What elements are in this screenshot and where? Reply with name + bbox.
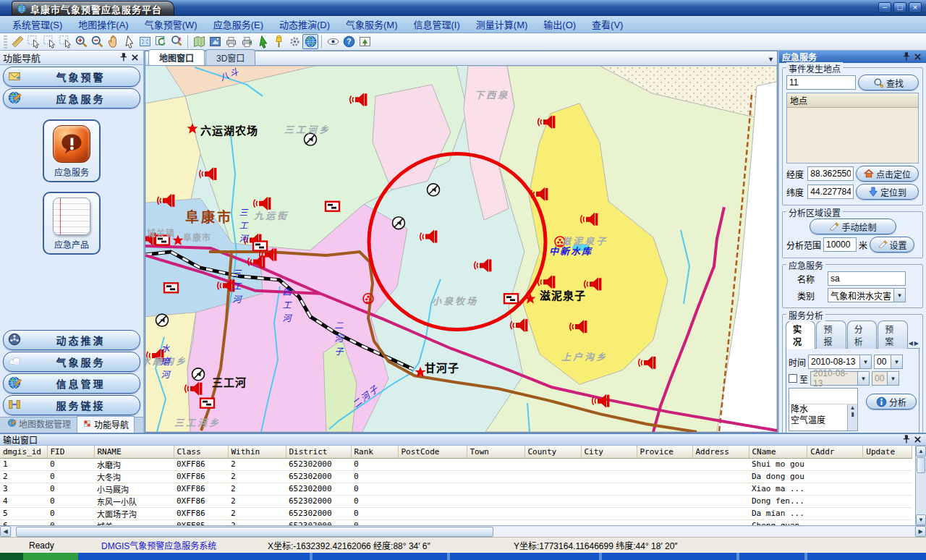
column-header[interactable]: dmgis_id <box>0 446 47 458</box>
column-header[interactable]: CName <box>749 446 807 458</box>
column-header[interactable]: Rank <box>351 446 398 458</box>
restore-button[interactable]: □ <box>893 2 906 13</box>
location-list-body[interactable] <box>787 108 918 163</box>
column-header[interactable]: Provice <box>637 446 692 458</box>
to-checkbox[interactable] <box>789 374 797 383</box>
click-locate-button[interactable]: 点击定位 <box>856 166 919 182</box>
pan-icon[interactable] <box>105 34 121 49</box>
tab-scroll-right-icon[interactable]: ▶ <box>914 340 919 347</box>
range-input[interactable] <box>823 237 857 252</box>
table-row[interactable]: 50大面场子沟0XFF8626523020000Da mian ... <box>0 507 912 519</box>
print-color-icon[interactable] <box>239 34 255 49</box>
longitude-input[interactable] <box>807 166 854 181</box>
toolbar-grip[interactable] <box>4 35 7 48</box>
service-name-input[interactable] <box>828 271 906 286</box>
zoom-out-icon[interactable] <box>89 34 105 49</box>
pin-icon[interactable] <box>117 53 129 63</box>
to-hour-select[interactable]: 00▼ <box>872 371 899 386</box>
scroll-down-icon[interactable]: ▼ <box>916 514 926 525</box>
globe-service-icon[interactable] <box>302 34 318 49</box>
table-row[interactable]: 10水磨沟0XFF8626523020000Shui mo gou <box>0 458 912 470</box>
sidebar-item-动态推演[interactable]: 动态推演 <box>3 330 140 350</box>
map-layers-icon[interactable] <box>191 34 207 49</box>
help-icon[interactable] <box>341 34 357 49</box>
table-row[interactable]: 60城关0XFF8526523020000Cheng guan <box>0 519 912 525</box>
column-header[interactable]: Class <box>174 446 228 458</box>
select-free-icon[interactable] <box>57 34 73 49</box>
tab-实况[interactable]: 实况 <box>786 321 815 349</box>
big-button-应急服务[interactable]: 应急服务 <box>43 119 101 182</box>
column-header[interactable]: RNAME <box>94 446 174 458</box>
sidebar-item-气象服务[interactable]: 气象服务 <box>3 352 140 372</box>
place-marker-icon[interactable] <box>271 34 286 49</box>
refresh-icon[interactable] <box>153 34 169 49</box>
export-map-icon[interactable] <box>207 34 223 49</box>
column-header[interactable]: FID <box>47 446 94 458</box>
settings-icon[interactable] <box>286 34 302 49</box>
horizontal-scrollbar[interactable]: ◀ ▶ <box>0 525 926 537</box>
hour-select[interactable]: 00▼ <box>874 355 903 369</box>
tab-地图窗口[interactable]: 地图窗口 <box>148 49 205 65</box>
analyze-button[interactable]: 分析 <box>866 394 917 410</box>
table-row[interactable]: 40东风一小队0XFF8626523020000Dong fen... <box>0 495 912 507</box>
scroll-right-icon[interactable]: ▶ <box>915 526 926 537</box>
column-header[interactable]: PostCode <box>398 446 467 458</box>
zoom-in-icon[interactable] <box>73 34 89 49</box>
set-range-button[interactable]: 设置 <box>870 237 914 253</box>
close-icon[interactable] <box>912 52 923 62</box>
column-header[interactable]: District <box>286 446 351 458</box>
scene-icon[interactable] <box>357 34 373 49</box>
menu-item[interactable]: 气象预警(W) <box>137 15 205 33</box>
column-header[interactable]: Town <box>467 446 524 458</box>
pin-icon[interactable] <box>900 52 912 62</box>
manual-draw-button[interactable]: 手动绘制 <box>810 219 896 234</box>
tab-scroll-left-icon[interactable]: ◀ <box>909 340 913 347</box>
close-button[interactable]: × <box>909 2 922 13</box>
chevron-down-icon[interactable]: ▼ <box>768 56 774 63</box>
column-header[interactable]: City <box>581 446 637 458</box>
vertical-scrollbar[interactable]: ▲ ▼ <box>915 446 926 525</box>
scroll-left-icon[interactable]: ◀ <box>0 526 11 537</box>
column-header[interactable]: CAddr <box>807 446 863 458</box>
menu-item[interactable]: 查看(V) <box>584 15 631 33</box>
sidebar-item-服务链接[interactable]: 服务链接 <box>3 395 140 415</box>
pin-icon[interactable] <box>900 435 912 445</box>
service-type-select[interactable]: 气象和洪水灾害 ▼ <box>828 288 906 302</box>
location-list[interactable]: 地点 <box>786 93 919 164</box>
minimize-button[interactable]: − <box>878 2 891 13</box>
sidebar-item-信息管理[interactable]: 信息管理 <box>3 373 140 394</box>
column-header[interactable]: County <box>524 446 581 458</box>
list-scrollbar[interactable]: ▲▮ <box>847 404 857 430</box>
select-feature-icon[interactable] <box>255 34 271 49</box>
scrollbar-thumb[interactable] <box>16 527 493 537</box>
map-canvas[interactable]: 八斗六运湖农场三工河乡下西泉九运街阜康市城关镇阜康市滋泥泉子中新水库滋泥泉子小泉… <box>145 66 777 432</box>
big-button-应急产品[interactable]: 应急产品 <box>43 192 101 255</box>
column-header[interactable]: Address <box>692 446 749 458</box>
print-icon[interactable] <box>223 34 239 49</box>
select-rect-icon[interactable] <box>25 34 41 49</box>
menu-item[interactable]: 系统管理(S) <box>4 15 70 33</box>
element-list-blank[interactable] <box>789 389 857 404</box>
close-icon[interactable] <box>129 53 140 63</box>
menu-item[interactable]: 输出(O) <box>535 15 584 33</box>
locate-to-button[interactable]: 定位到 <box>856 184 919 200</box>
tab-功能导航[interactable]: 功能导航 <box>77 416 135 433</box>
menu-item[interactable]: 动态推演(D) <box>271 15 338 33</box>
menu-item[interactable]: 信息管理(I) <box>406 15 468 33</box>
column-header[interactable]: Within <box>228 446 286 458</box>
scroll-up-icon[interactable]: ▲ <box>916 446 926 457</box>
menu-item[interactable]: 测量计算(M) <box>468 15 536 33</box>
zoom-scale-icon[interactable] <box>169 34 184 49</box>
pointer-icon[interactable] <box>121 34 137 49</box>
table-row[interactable]: 20大冬沟0XFF8626523020000Da dong gou <box>0 470 912 483</box>
measure-icon[interactable] <box>9 34 25 49</box>
sidebar-item-应急服务[interactable]: 应急服务 <box>3 88 140 109</box>
search-button[interactable]: 查找 <box>858 75 919 90</box>
tab-地图数据管理[interactable]: 地图数据管理 <box>1 415 77 433</box>
to-date-select[interactable]: 2010-08-13▼ <box>810 371 870 386</box>
full-extent-icon[interactable] <box>137 34 153 49</box>
element-list[interactable]: ▲▮ 降水空气温度 <box>789 388 858 431</box>
scrollbar-thumb[interactable] <box>917 457 925 473</box>
select-polygon-icon[interactable] <box>41 34 57 49</box>
column-header[interactable]: Update <box>863 446 912 458</box>
